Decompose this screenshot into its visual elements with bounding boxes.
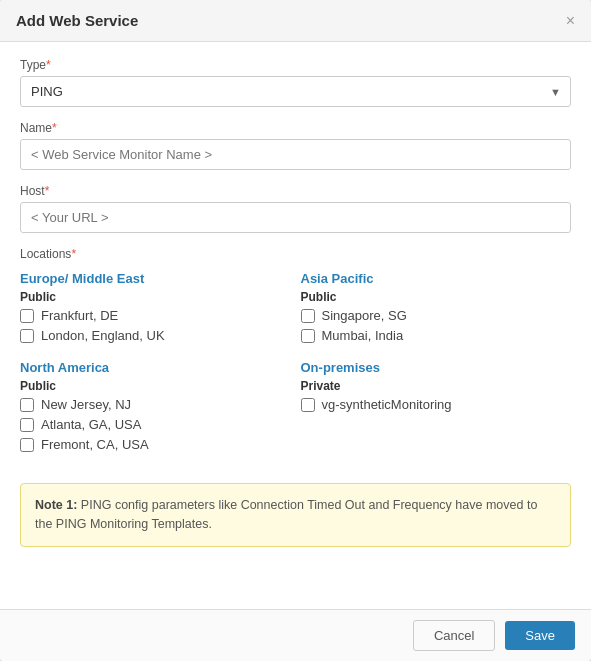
list-item: New Jersey, NJ xyxy=(20,397,291,412)
london-checkbox[interactable] xyxy=(20,329,34,343)
europe-region-label: Europe/ Middle East xyxy=(20,271,291,286)
atlanta-checkbox[interactable] xyxy=(20,418,34,432)
list-item: London, England, UK xyxy=(20,328,291,343)
singapore-checkbox[interactable] xyxy=(301,309,315,323)
locations-grid: Europe/ Middle East Public Frankfurt, DE… xyxy=(20,271,571,469)
modal-footer: Cancel Save xyxy=(0,609,591,661)
on-premises-region-label: On-premises xyxy=(301,360,572,375)
list-item: vg-syntheticMonitoring xyxy=(301,397,572,412)
save-button[interactable]: Save xyxy=(505,621,575,650)
list-item: Mumbai, India xyxy=(301,328,572,343)
north-america-type-label: Public xyxy=(20,379,291,393)
list-item: Fremont, CA, USA xyxy=(20,437,291,452)
mumbai-checkbox[interactable] xyxy=(301,329,315,343)
type-field-group: Type* PING HTTP HTTPS DNS FTP SMTP POP3 … xyxy=(20,58,571,107)
north-america-section: North America Public New Jersey, NJ Atla… xyxy=(20,360,291,457)
asia-region-label: Asia Pacific xyxy=(301,271,572,286)
on-premises-type-label: Private xyxy=(301,379,572,393)
list-item: Atlanta, GA, USA xyxy=(20,417,291,432)
type-label: Type* xyxy=(20,58,571,72)
cancel-button[interactable]: Cancel xyxy=(413,620,495,651)
close-button[interactable]: × xyxy=(566,13,575,29)
type-select-wrap: PING HTTP HTTPS DNS FTP SMTP POP3 IMAP ▼ xyxy=(20,76,571,107)
vg-syntheticmonitoring-checkbox[interactable] xyxy=(301,398,315,412)
host-input[interactable] xyxy=(20,202,571,233)
frankfurt-checkbox[interactable] xyxy=(20,309,34,323)
note-label: Note 1: xyxy=(35,498,77,512)
list-item: Frankfurt, DE xyxy=(20,308,291,323)
locations-field-group: Locations* Europe/ Middle East Public Fr… xyxy=(20,247,571,469)
add-web-service-modal: Add Web Service × Type* PING HTTP HTTPS … xyxy=(0,0,591,661)
new-jersey-checkbox[interactable] xyxy=(20,398,34,412)
note-text: PING config parameters like Connection T… xyxy=(35,498,537,531)
modal-body: Type* PING HTTP HTTPS DNS FTP SMTP POP3 … xyxy=(0,42,591,609)
host-field-group: Host* xyxy=(20,184,571,233)
name-input[interactable] xyxy=(20,139,571,170)
name-field-group: Name* xyxy=(20,121,571,170)
europe-section: Europe/ Middle East Public Frankfurt, DE… xyxy=(20,271,291,348)
name-label: Name* xyxy=(20,121,571,135)
europe-type-label: Public xyxy=(20,290,291,304)
fremont-checkbox[interactable] xyxy=(20,438,34,452)
asia-type-label: Public xyxy=(301,290,572,304)
list-item: Singapore, SG xyxy=(301,308,572,323)
north-america-region-label: North America xyxy=(20,360,291,375)
host-label: Host* xyxy=(20,184,571,198)
type-select[interactable]: PING HTTP HTTPS DNS FTP SMTP POP3 IMAP xyxy=(20,76,571,107)
on-premises-section: On-premises Private vg-syntheticMonitori… xyxy=(301,360,572,457)
modal-title: Add Web Service xyxy=(16,12,138,29)
modal-overlay: Add Web Service × Type* PING HTTP HTTPS … xyxy=(0,0,591,661)
asia-section: Asia Pacific Public Singapore, SG Mumbai… xyxy=(301,271,572,348)
locations-label: Locations* xyxy=(20,247,571,261)
modal-header: Add Web Service × xyxy=(0,0,591,42)
note-box: Note 1: PING config parameters like Conn… xyxy=(20,483,571,547)
